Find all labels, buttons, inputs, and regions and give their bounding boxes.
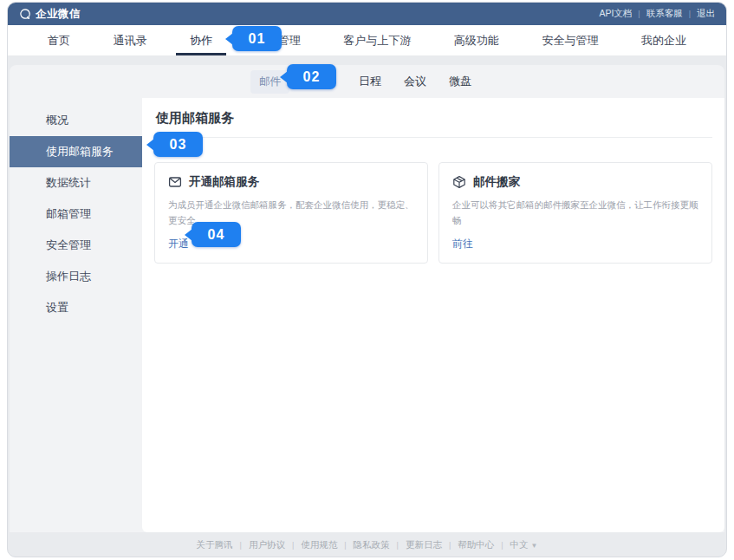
nav-item-contacts[interactable]: 通讯录 — [114, 25, 147, 55]
footer-link-about[interactable]: 关于腾讯 — [197, 539, 233, 551]
separator: | — [449, 541, 451, 550]
logo-text: 企业微信 — [36, 7, 81, 22]
go-migration-link[interactable]: 前往 — [452, 237, 473, 251]
wecom-logo[interactable]: 企业微信 — [19, 7, 81, 22]
step-badge-4: 04 — [192, 222, 241, 247]
nav-item-collaboration[interactable]: 协作 — [190, 25, 212, 55]
card-mail-migration: 邮件搬家 企业可以将其它邮箱的邮件搬家至企业微信，让工作衔接更顺畅 前往 — [438, 162, 712, 264]
card-title: 邮件搬家 — [473, 174, 520, 190]
nav-item-customers[interactable]: 客户与上下游 — [343, 25, 411, 55]
step-badge-3: 03 — [153, 132, 203, 157]
card-description: 企业可以将其它邮箱的邮件搬家至企业微信，让工作衔接更顺畅 — [452, 198, 698, 229]
footer-link-changelog[interactable]: 更新日志 — [406, 539, 442, 551]
sidebar: 概况 使用邮箱服务 数据统计 邮箱管理 安全管理 操作日志 设置 — [10, 98, 142, 532]
contact-support-link[interactable]: 联系客服 — [646, 8, 683, 20]
separator: | — [344, 541, 346, 550]
wecom-admin-window: 企业微信 API文档 | 联系客服 | 退出 首页 通讯录 协作 应用管理 客户… — [7, 2, 727, 557]
top-bar: 企业微信 API文档 | 联系客服 | 退出 — [8, 3, 726, 25]
language-selector[interactable]: 中文 ▼ — [510, 539, 538, 551]
card-head: 开通邮箱服务 — [168, 174, 414, 190]
logout-link[interactable]: 退出 — [697, 8, 715, 20]
chevron-down-icon: ▼ — [531, 542, 538, 550]
page-title: 使用邮箱服务 — [154, 98, 712, 138]
body-row: 概况 使用邮箱服务 数据统计 邮箱管理 安全管理 操作日志 设置 使用邮箱服务 — [10, 98, 724, 532]
tab-drive[interactable]: 微盘 — [449, 74, 471, 89]
envelope-icon — [168, 175, 182, 189]
separator: | — [501, 541, 503, 550]
card-row: 开通邮箱服务 为成员开通企业微信邮箱服务，配套企业微信使用，更稳定、更安全。 开… — [154, 162, 712, 264]
footer-link-privacy[interactable]: 隐私政策 — [354, 539, 390, 551]
nav-item-my-company[interactable]: 我的企业 — [641, 25, 686, 55]
footer-link-help-center[interactable]: 帮助中心 — [458, 539, 494, 551]
sidebar-item-security-management[interactable]: 安全管理 — [10, 230, 142, 261]
sidebar-item-statistics[interactable]: 数据统计 — [10, 167, 142, 199]
separator: | — [397, 541, 399, 550]
sidebar-item-operation-log[interactable]: 操作日志 — [10, 261, 142, 292]
footer: 关于腾讯 | 用户协议 | 使用规范 | 隐私政策 | 更新日志 | 帮助中心 … — [8, 532, 726, 557]
card-head: 邮件搬家 — [452, 174, 698, 190]
primary-nav: 首页 通讯录 协作 应用管理 客户与上下游 高级功能 安全与管理 我的企业 — [8, 25, 726, 56]
step-badge-2: 02 — [287, 64, 336, 89]
wecom-bubble-icon — [19, 8, 31, 20]
sidebar-item-mailbox-management[interactable]: 邮箱管理 — [10, 199, 142, 230]
separator: | — [292, 541, 294, 550]
footer-link-usage-rules[interactable]: 使用规范 — [301, 539, 337, 551]
language-label: 中文 — [510, 539, 529, 550]
package-icon — [452, 175, 466, 189]
tab-meeting[interactable]: 会议 — [404, 74, 426, 89]
sidebar-item-use-mail-service[interactable]: 使用邮箱服务 — [10, 136, 142, 167]
sidebar-item-settings[interactable]: 设置 — [10, 292, 142, 323]
sub-tab-bar: 邮件 日程 会议 微盘 — [10, 65, 724, 98]
card-open-mail-service: 开通邮箱服务 为成员开通企业微信邮箱服务，配套企业微信使用，更稳定、更安全。 开… — [154, 162, 428, 264]
topbar-links: API文档 | 联系客服 | 退出 — [599, 8, 715, 20]
api-docs-link[interactable]: API文档 — [599, 8, 632, 20]
separator: | — [689, 10, 691, 18]
main-content: 使用邮箱服务 开通邮箱服务 为成员开通企业微信邮箱 — [142, 98, 724, 532]
separator: | — [240, 541, 242, 550]
footer-link-user-agreement[interactable]: 用户协议 — [249, 539, 285, 551]
content-panel: 邮件 日程 会议 微盘 概况 使用邮箱服务 数据统计 邮箱管理 安全管理 操作日… — [10, 65, 724, 532]
nav-item-advanced[interactable]: 高级功能 — [454, 25, 499, 55]
nav-item-security[interactable]: 安全与管理 — [542, 25, 598, 55]
separator: | — [638, 10, 640, 18]
sidebar-item-overview[interactable]: 概况 — [10, 105, 142, 136]
nav-item-home[interactable]: 首页 — [48, 25, 70, 55]
card-title: 开通邮箱服务 — [189, 174, 259, 190]
tab-schedule[interactable]: 日程 — [359, 74, 381, 89]
step-badge-1: 01 — [232, 26, 282, 51]
